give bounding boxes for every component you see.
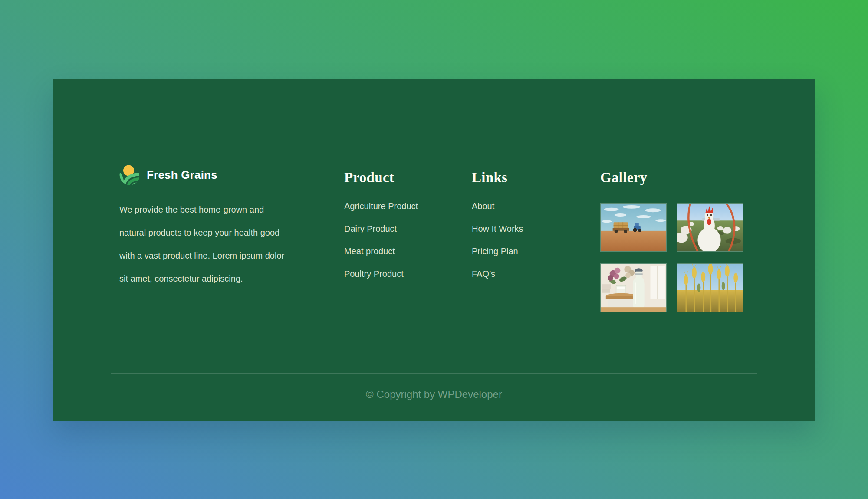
links-link-list: About How It Works Pricing Plan FAQ’s <box>472 195 585 285</box>
link-faqs[interactable]: FAQ’s <box>472 263 585 285</box>
gallery-image-white-chicken-farm[interactable] <box>677 203 743 252</box>
brand-logo-link[interactable]: Fresh Grains <box>119 164 328 185</box>
gallery-image-hay-wagon-tractor-field[interactable] <box>600 203 667 252</box>
footer-columns: Fresh Grains We provide the best home-gr… <box>111 164 757 312</box>
copyright-text: © Copyright by WPDeveloper <box>111 374 757 401</box>
footer-content: Fresh Grains We provide the best home-gr… <box>111 79 757 421</box>
product-link-list: Agriculture Product Dairy Product Meat p… <box>344 195 457 285</box>
gallery-image-wheat-ears-field[interactable] <box>677 263 743 312</box>
product-column-title: Product <box>344 164 457 183</box>
footer-column-links: Links About How It Works Pricing Plan FA… <box>464 164 592 285</box>
link-dairy-product[interactable]: Dairy Product <box>344 217 457 240</box>
link-about[interactable]: About <box>472 195 585 217</box>
footer-column-gallery: Gallery <box>592 164 757 312</box>
brand-description: We provide the best home-grown and natur… <box>119 198 328 290</box>
gallery-image-milk-bottle-flowers[interactable] <box>600 263 667 312</box>
link-meat-product[interactable]: Meat product <box>344 240 457 263</box>
brand-name: Fresh Grains <box>147 168 217 182</box>
footer-column-product: Product Agriculture Product Dairy Produc… <box>336 164 464 285</box>
brand-description-line: with a vast product line. Lorem ipsum do… <box>119 244 328 267</box>
brand-description-line: sit amet, consectetur adipiscing. <box>119 267 328 290</box>
gallery-grid <box>600 203 750 312</box>
link-poultry-product[interactable]: Poultry Product <box>344 263 457 285</box>
brand-description-line: We provide the best home-grown and <box>119 198 328 221</box>
links-column-title: Links <box>472 164 585 183</box>
footer-column-brand: Fresh Grains We provide the best home-gr… <box>111 164 336 290</box>
footer: Fresh Grains We provide the best home-gr… <box>53 79 815 421</box>
link-pricing-plan[interactable]: Pricing Plan <box>472 240 585 263</box>
link-how-it-works[interactable]: How It Works <box>472 217 585 240</box>
brand-description-line: natural products to keep your health goo… <box>119 221 328 244</box>
sun-over-fields-icon <box>119 164 140 185</box>
link-agriculture-product[interactable]: Agriculture Product <box>344 195 457 217</box>
gallery-column-title: Gallery <box>600 164 750 183</box>
